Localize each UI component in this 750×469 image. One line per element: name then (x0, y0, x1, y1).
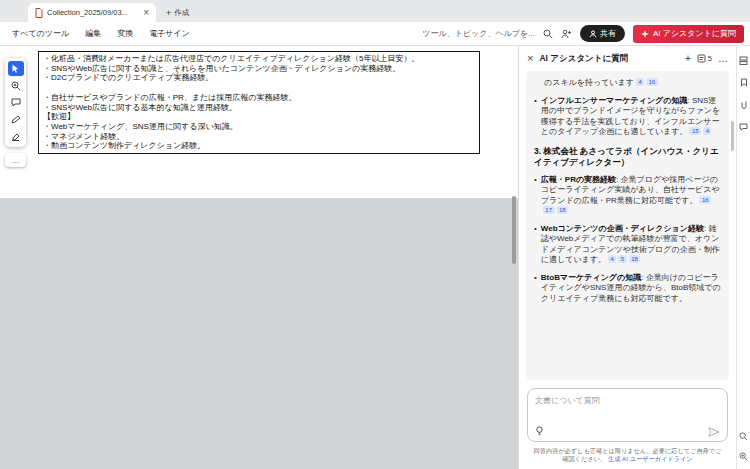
ask-box-toolbar (535, 426, 720, 437)
close-panel-icon[interactable]: × (527, 53, 533, 64)
main-area: ・化粧品・消費財メーカーまたは広告代理店でのクリエイティブディレクション経験（5… (0, 46, 750, 469)
citation-badge[interactable]: 15 (689, 127, 701, 135)
document-line: ・自社サービスやブランドの広報・PR、または採用広報の実務経験。 (43, 93, 475, 103)
share-person-icon (589, 30, 597, 38)
ai-assistant-panel: × AI アシスタントに質問 + 5 … のスキルを持っています416 • (518, 46, 736, 469)
acrobat-window: Collection_2025/09/03... × + 作成 すべてのツール … (0, 0, 750, 469)
panel-overflow-icon[interactable]: … (718, 53, 728, 64)
draw-tool-button[interactable] (8, 112, 24, 127)
rail-bottom-group (739, 432, 748, 461)
citation-badge[interactable]: 18 (557, 206, 569, 214)
ask-question-box[interactable] (527, 388, 728, 442)
document-line: ・SNSやWeb広告に関する基本的な知識と運用経験。 (43, 103, 475, 113)
close-tab-icon[interactable]: × (143, 8, 149, 18)
history-icon (697, 54, 706, 63)
create-tab-button[interactable]: + 作成 (156, 3, 199, 22)
bullet-icon: • (534, 96, 537, 138)
zoom-tool-button[interactable] (8, 78, 24, 93)
menu-edit[interactable]: 編集 (77, 28, 109, 39)
page-thumbnails-icon[interactable] (739, 56, 748, 65)
comment-tool-button[interactable] (8, 95, 24, 110)
conversation-history-button[interactable]: 5 (697, 54, 712, 63)
document-line: ・D2Cブランドでのクリエイティブ実務経験。 (43, 73, 475, 83)
ai-response-text: のスキルを持っています (544, 78, 634, 87)
pdf-file-icon (35, 8, 43, 18)
question-input[interactable] (535, 395, 720, 426)
document-line: ・Webマーケティング、SNS運用に関する深い知識。 (43, 122, 475, 132)
bullet-title: BtoBマーケティングの知識 (541, 273, 641, 282)
plus-icon: + (166, 8, 171, 18)
bullet-icon: • (534, 224, 537, 266)
attachments-icon[interactable] (740, 100, 748, 110)
bullet-title: 広報・PRの実務経験 (541, 175, 616, 184)
search-icon[interactable] (543, 29, 553, 39)
citation-badge[interactable]: 16 (646, 78, 658, 86)
citation-badge[interactable]: 18 (629, 255, 641, 263)
bookmarks-icon[interactable] (740, 78, 748, 87)
select-tool-button[interactable] (8, 61, 24, 76)
tab-bar: Collection_2025/09/03... × + 作成 (0, 0, 750, 22)
ai-response-fragment: のスキルを持っています416 (534, 78, 721, 89)
document-line (43, 83, 475, 93)
add-people-icon[interactable] (561, 29, 572, 39)
quick-tools-toolbar (5, 58, 26, 147)
right-tool-rail (736, 46, 750, 469)
ai-response-area: のスキルを持っています416 • インフルエンサーマーケティングの知識: SNS… (526, 71, 729, 380)
document-line: ・化粧品・消費財メーカーまたは広告代理店でのクリエイティブディレクション経験（5… (43, 54, 475, 64)
pdf-page[interactable]: ・化粧品・消費財メーカーまたは広告代理店でのクリエイティブディレクション経験（5… (0, 46, 518, 198)
citation-badge[interactable]: 17 (543, 206, 555, 214)
bullet-title: インフルエンサーマーケティングの知識 (541, 96, 688, 105)
document-canvas[interactable]: ・化粧品・消費財メーカーまたは広告代理店でのクリエイティブディレクション経験（5… (0, 46, 518, 469)
ai-bullet-item: • 広報・PRの実務経験: 企業ブログや採用ページのコピーライティング実績があり… (534, 175, 721, 217)
ai-disclaimer: 回答内容が必ずしも正確とは限りません。必要に応じてご自身でご確認ください。 生成… (519, 445, 736, 469)
ai-panel-title: AI アシスタントに質問 (539, 53, 679, 65)
ai-bullet-item: • インフルエンサーマーケティングの知識: SNS運用の中でブランドイメージを守… (534, 96, 721, 138)
ai-assistant-button[interactable]: AI アシスタントに質問 (633, 25, 744, 43)
menu-convert[interactable]: 変換 (109, 28, 141, 39)
citation-badge[interactable]: 4 (608, 255, 616, 263)
share-button[interactable]: 共有 (580, 25, 625, 42)
citation-badge[interactable]: 16 (699, 196, 711, 204)
bullet-title: Webコンテンツの企画・ディレクション経験 (541, 224, 704, 233)
document-tab[interactable]: Collection_2025/09/03... × (28, 3, 156, 22)
document-line: ・マネジメント経験。 (43, 132, 475, 142)
bullet-icon: • (534, 175, 537, 217)
history-count: 5 (708, 54, 712, 63)
document-line: ・SNSやWeb広告に関する知識と、それらを用いたコンテンツ企画・ディレクション… (43, 64, 475, 74)
comments-panel-icon[interactable] (739, 123, 748, 131)
create-label: 作成 (174, 8, 189, 18)
citation-badge[interactable]: 4 (636, 78, 644, 86)
ai-bullet-item: • BtoBマーケティングの知識: 企業向けのコピーライティングやSNS運用の経… (534, 273, 721, 305)
ai-assistant-button-label: AI アシスタントに質問 (653, 28, 736, 39)
find-icon[interactable] (739, 432, 748, 441)
menu-esign[interactable]: 電子サイン (141, 28, 198, 39)
share-label: 共有 (600, 28, 616, 39)
new-conversation-icon[interactable]: + (685, 53, 691, 64)
citation-badge[interactable]: 5 (618, 255, 626, 263)
tab-title: Collection_2025/09/03... (47, 8, 139, 17)
search-label[interactable]: ツール、トピック、ヘルプを... (422, 28, 535, 39)
citation-badge[interactable]: 4 (703, 127, 711, 135)
suggestions-lightbulb-icon[interactable] (535, 426, 544, 437)
bullet-icon: • (534, 273, 537, 305)
document-text-box[interactable]: ・化粧品・消費財メーカーまたは広告代理店でのクリエイティブディレクション経験（5… (38, 51, 480, 154)
highlight-tool-button[interactable] (8, 129, 24, 144)
document-line: 【歓迎】 (43, 112, 475, 122)
sparkle-icon (641, 30, 649, 38)
zoom-in-icon[interactable] (739, 452, 748, 461)
document-line: ・動画コンテンツ制作ディレクション経験。 (43, 141, 475, 151)
menu-all-tools[interactable]: すべてのツール (4, 28, 77, 39)
ai-panel-header: × AI アシスタントに質問 + 5 … (519, 46, 736, 71)
ai-panel-scrollbar[interactable] (731, 121, 734, 151)
document-scrollbar[interactable] (512, 196, 516, 264)
ai-section-heading: 3. 株式会社 あさってラボ（インハウス・クリエイティブディレクター） (534, 146, 721, 168)
more-tools-button[interactable]: … (5, 153, 26, 167)
send-icon[interactable] (708, 427, 720, 437)
menu-bar-right: ツール、トピック、ヘルプを... 共有 AI アシスタントに質問 (422, 25, 744, 43)
ai-bullet-item: • Webコンテンツの企画・ディレクション経験: 雑誌やWebメディアでの執筆経… (534, 224, 721, 266)
guideline-link[interactable]: 生成 AI ユーザーガイドライン (608, 455, 693, 462)
menu-bar: すべてのツール 編集 変換 電子サイン ツール、トピック、ヘルプを... 共有 (0, 22, 750, 46)
